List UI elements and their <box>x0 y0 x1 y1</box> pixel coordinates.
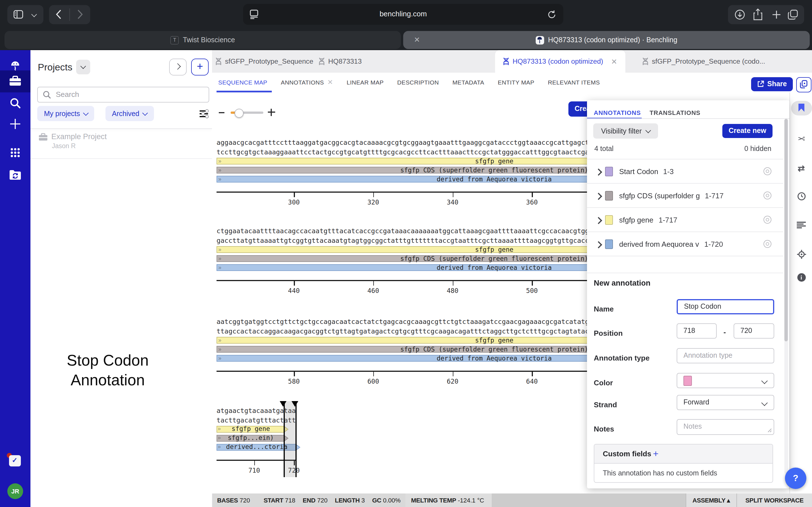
close-icon[interactable]: ✕ <box>327 78 333 86</box>
view-tab-metadata[interactable]: METADATA <box>453 79 485 86</box>
annotation-row[interactable]: sfgfp gene1-717 <box>587 207 783 232</box>
view-tab-description[interactable]: DESCRIPTION <box>397 79 439 86</box>
document-tab[interactable]: HQ873313 <box>319 50 362 73</box>
share-icon[interactable] <box>753 8 762 20</box>
assembly-button[interactable]: ASSEMBLY ▴ <box>686 494 736 507</box>
url-bar[interactable]: benchling.com <box>243 4 563 25</box>
share-button[interactable]: Share <box>751 77 793 91</box>
color-swatch <box>683 376 692 386</box>
annotation-bar-gray[interactable]: »sfgfp...ein) <box>216 435 289 442</box>
copy-link-button[interactable] <box>796 77 811 92</box>
browser-tab-twist[interactable]: T Twist Bioscience <box>4 31 401 49</box>
visibility-eye-icon[interactable] <box>763 240 771 248</box>
sequence-bottom-strand[interactable]: ttagccactaccaggacaagacgacggtctgttagtgata… <box>216 327 589 335</box>
info-icon[interactable]: i <box>790 273 812 281</box>
chevron-right-icon[interactable] <box>595 168 602 175</box>
zoom-out-button[interactable] <box>218 112 224 113</box>
projects-dropdown-button[interactable] <box>76 60 90 74</box>
view-tab-annotations[interactable]: ANNOTATIONS✕ <box>281 78 333 86</box>
view-tab-entity-map[interactable]: ENTITY MAP <box>498 79 535 86</box>
annotation-type-input[interactable]: Annotation type <box>677 348 774 363</box>
align-left-icon[interactable] <box>790 221 812 228</box>
zoom-slider-knob[interactable] <box>234 108 244 118</box>
chevron-right-icon[interactable] <box>595 193 602 200</box>
annotation-bar-yellow[interactable]: »sfgfp gene <box>216 426 289 433</box>
sidebar-item-create[interactable] <box>0 113 31 135</box>
sequence-bottom-strand[interactable]: tccttgcgtgctaaaggaaattcctactgccgtgcatgtt… <box>216 148 589 156</box>
sidebar-item-registry[interactable] <box>0 164 31 185</box>
sequence-bottom-strand[interactable]: gaccttatgttaaaattgtcggtgttacaaatgtagtggc… <box>216 237 589 244</box>
search-icon <box>43 91 51 99</box>
add-custom-field-button[interactable]: + <box>653 448 659 460</box>
selection-handle-line[interactable] <box>295 401 296 477</box>
tab-overview-icon[interactable] <box>788 9 798 19</box>
name-input[interactable]: Stop Codon <box>677 299 774 314</box>
clock-icon[interactable] <box>790 192 812 200</box>
view-tab-sequence-map[interactable]: SEQUENCE MAP <box>218 79 267 86</box>
new-tab-icon[interactable] <box>772 10 781 19</box>
sequence-top-strand[interactable]: aatcggtgatggtcctgttctgctgccagacaatcactat… <box>216 318 589 326</box>
sequence-top-strand[interactable]: ctggaatacaattttaacagccacaatgtttacatcaccg… <box>216 227 589 235</box>
back-icon[interactable] <box>56 9 61 19</box>
filter-archived[interactable]: Archived <box>105 106 154 121</box>
new-project-button[interactable]: + <box>191 59 209 75</box>
view-tab-linear-map[interactable]: LINEAR MAP <box>347 79 384 86</box>
visibility-eye-icon[interactable] <box>763 216 771 224</box>
help-button[interactable]: ? <box>785 467 806 489</box>
scissors-icon[interactable]: ✂ <box>790 133 812 144</box>
total-count: 4 total <box>594 145 613 153</box>
filter-settings-icon[interactable] <box>200 109 209 117</box>
close-tab-icon[interactable]: ✕ <box>611 57 617 66</box>
visibility-eye-icon[interactable] <box>763 167 771 175</box>
tab-translations[interactable]: TRANSLATIONS <box>650 104 700 122</box>
color-select[interactable] <box>677 373 774 388</box>
close-tab-icon[interactable]: ✕ <box>414 36 420 44</box>
selection-handle[interactable] <box>292 401 298 407</box>
annotation-row[interactable]: sfgfp CDS (superfolder g1-717 <box>587 183 783 208</box>
split-workspace-button[interactable]: SPLIT WORKSPACE <box>737 494 812 507</box>
sidebar-toggle-button[interactable] <box>7 5 43 24</box>
status-bar: BASES 720START 718END 720LENGTH 3GC 0.00… <box>213 494 812 507</box>
annotation-bar-blue[interactable]: »derived...ctoria <box>216 444 300 451</box>
chevron-down-icon <box>143 110 148 115</box>
strand-label: Strand <box>594 400 617 409</box>
filter-my-projects[interactable]: My projects <box>37 106 94 121</box>
browser-tab-benchling[interactable]: ✕ HQ873313 (codon optimized) · Benchling <box>403 31 810 49</box>
sidebar-item-search[interactable] <box>0 93 31 114</box>
expand-panel-button[interactable] <box>169 59 187 75</box>
create-new-button[interactable]: Create new <box>722 124 772 138</box>
selection-handle[interactable] <box>280 401 287 407</box>
sidebar-item-apps[interactable] <box>0 142 31 163</box>
resize-handle[interactable] <box>767 428 772 433</box>
view-tab-relevant-items[interactable]: RELEVANT ITEMS <box>548 79 600 86</box>
visibility-filter-button[interactable]: Visibility filter <box>593 123 658 138</box>
sequence-top-strand[interactable]: aggaacgcacgatttcctttaaggatgacggcacgtacaa… <box>216 138 589 147</box>
document-tab[interactable]: sfGFP_Prototype_Sequence (codo... <box>642 50 765 73</box>
position-to-input[interactable]: 720 <box>733 323 774 339</box>
panel-scrollbar[interactable] <box>784 119 788 474</box>
sidebar-item-projects-active[interactable] <box>0 70 31 93</box>
forward-icon[interactable] <box>77 9 83 19</box>
strand-select[interactable]: Forward <box>677 395 774 410</box>
zoom-in-button[interactable] <box>267 108 275 116</box>
sidebar-item-tasks[interactable]: ✓ <box>9 455 21 466</box>
visibility-eye-icon[interactable] <box>763 191 771 200</box>
position-from-input[interactable]: 718 <box>677 323 717 339</box>
chevron-right-icon[interactable] <box>595 217 602 224</box>
reload-icon[interactable] <box>548 10 556 19</box>
annotation-row[interactable]: Start Codon1-3 <box>587 159 783 184</box>
project-search-input[interactable]: Search <box>37 87 209 103</box>
document-tab[interactable]: sfGFP_Prototype_Sequence <box>215 50 313 73</box>
user-avatar[interactable]: JR <box>7 483 23 499</box>
crosshair-icon[interactable] <box>790 249 812 259</box>
project-name[interactable]: Example Project <box>51 132 107 141</box>
notes-textarea[interactable]: Notes <box>677 419 774 435</box>
chevron-right-icon[interactable] <box>595 241 602 248</box>
chip-label: My projects <box>44 110 80 117</box>
document-tab[interactable]: HQ873313 (codon optimized)✕ <box>495 50 625 73</box>
annotation-row[interactable]: derived from Aequorea v1-720 <box>587 231 783 256</box>
tab-annotations[interactable]: ANNOTATIONS <box>594 104 641 122</box>
swap-arrows-icon[interactable]: ⇄ <box>790 163 812 173</box>
position-to-value: 720 <box>741 327 752 335</box>
download-icon[interactable] <box>735 9 745 19</box>
